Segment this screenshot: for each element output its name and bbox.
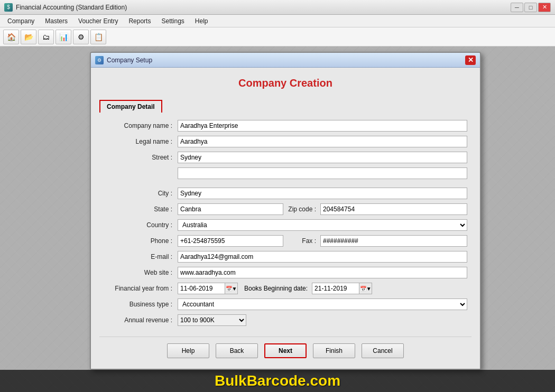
fax-input[interactable] (320, 235, 467, 247)
legal-name-label: Legal name : (104, 138, 178, 145)
dialog-wrapper: ⚙ Company Setup ✕ Company Creation Compa… (90, 52, 481, 370)
next-button[interactable]: Next (264, 343, 307, 358)
form-area: Company name : Legal name : Street : (99, 120, 471, 326)
watermark-bar: BulkBarcode.com (0, 370, 555, 392)
city-row: City : (104, 188, 467, 199)
title-bar: $ Financial Accounting (Standard Edition… (0, 0, 555, 15)
annual-revenue-select[interactable]: 100 to 900K (178, 314, 246, 326)
business-type-label: Business type : (104, 301, 178, 308)
email-input[interactable] (178, 251, 467, 263)
phone-fax-row: Phone : Fax : (104, 235, 467, 247)
title-bar-controls: ─ □ ✕ (511, 3, 551, 12)
cancel-button[interactable]: Cancel (362, 343, 404, 358)
legal-name-input[interactable] (178, 136, 467, 147)
menu-company[interactable]: Company (2, 16, 40, 26)
toolbar-btn-chart[interactable]: 📊 (56, 30, 71, 44)
app-title: Financial Accounting (Standard Edition) (16, 4, 127, 11)
fax-label: Fax : (283, 237, 320, 245)
dialog-icon: ⚙ (95, 56, 104, 64)
button-row: Help Back Next Finish Cancel (99, 337, 471, 358)
toolbar-btn-clipboard[interactable]: 📋 (90, 30, 106, 44)
menu-settings[interactable]: Settings (156, 16, 189, 26)
maximize-button[interactable]: □ (524, 3, 537, 12)
toolbar-btn-settings[interactable]: ⚙ (73, 30, 89, 44)
books-beg-input[interactable] (312, 283, 359, 294)
annual-revenue-label: Annual revenue : (104, 316, 178, 324)
finish-button[interactable]: Finish (313, 343, 355, 358)
fin-year-input[interactable] (178, 283, 225, 294)
country-label: Country : (104, 221, 178, 229)
phone-label: Phone : (104, 237, 178, 245)
legal-name-row: Legal name : (104, 136, 467, 147)
state-input[interactable] (178, 203, 283, 215)
dialog-content: Company Creation Company Detail Company … (91, 68, 480, 369)
toolbar-btn-files[interactable]: 🗂 (38, 30, 54, 44)
street2-row (104, 167, 467, 179)
menu-masters[interactable]: Masters (40, 16, 73, 26)
watermark-text: BulkBarcode.com (215, 372, 340, 389)
tab-company-detail[interactable]: Company Detail (99, 100, 162, 113)
country-select[interactable]: Australia (178, 219, 467, 231)
city-label: City : (104, 190, 178, 197)
dialog-title-text: Company Setup (107, 57, 152, 64)
annual-revenue-row: Annual revenue : 100 to 900K (104, 314, 467, 326)
app-icon: $ (4, 3, 13, 12)
company-name-row: Company name : (104, 120, 467, 132)
fin-year-label: Financial year from : (104, 285, 178, 292)
tab-row: Company Detail (99, 100, 471, 113)
street-input[interactable] (178, 152, 467, 163)
city-input[interactable] (178, 188, 467, 199)
website-input[interactable] (178, 267, 467, 278)
website-label: Web site : (104, 269, 178, 276)
business-type-row: Business type : Accountant (104, 298, 467, 310)
books-beg-calendar-button[interactable]: 📅▼ (359, 283, 372, 294)
background-area: ⚙ Company Setup ✕ Company Creation Compa… (0, 46, 555, 392)
company-name-label: Company name : (104, 122, 178, 129)
street-row: Street : (104, 152, 467, 163)
title-bar-left: $ Financial Accounting (Standard Edition… (4, 3, 127, 12)
menu-help[interactable]: Help (190, 16, 214, 26)
toolbar-btn-home[interactable]: 🏠 (3, 30, 19, 44)
menu-bar: Company Masters Voucher Entry Reports Se… (0, 15, 555, 27)
street2-input[interactable] (178, 167, 467, 179)
zipcode-input[interactable] (320, 203, 467, 215)
minimize-button[interactable]: ─ (511, 3, 523, 12)
street-label: Street : (104, 154, 178, 161)
back-button[interactable]: Back (216, 343, 258, 358)
menu-reports[interactable]: Reports (123, 16, 156, 26)
business-type-select[interactable]: Accountant (178, 298, 467, 310)
phone-input[interactable] (178, 235, 283, 247)
dialog-title-left: ⚙ Company Setup (95, 56, 152, 64)
dialog-close-button[interactable]: ✕ (465, 55, 476, 65)
books-beg-date-wrap: 📅▼ (312, 283, 372, 294)
state-zip-row: State : Zip code : (104, 203, 467, 215)
books-beg-label: Books Beginning date: (244, 285, 308, 292)
close-button[interactable]: ✕ (538, 3, 551, 12)
state-label: State : (104, 206, 178, 213)
company-setup-dialog: ⚙ Company Setup ✕ Company Creation Compa… (90, 52, 481, 370)
help-button[interactable]: Help (167, 343, 209, 358)
zipcode-label: Zip code : (283, 206, 320, 213)
menu-voucher-entry[interactable]: Voucher Entry (73, 16, 123, 26)
website-row: Web site : (104, 267, 467, 278)
dialog-title-bar: ⚙ Company Setup ✕ (91, 53, 480, 68)
dialog-heading: Company Creation (99, 74, 471, 92)
toolbar-btn-open[interactable]: 📂 (21, 30, 36, 44)
fin-year-date-wrap: 📅▼ (178, 283, 238, 294)
company-name-input[interactable] (178, 120, 467, 132)
email-row: E-mail : (104, 251, 467, 263)
fin-year-calendar-button[interactable]: 📅▼ (225, 283, 238, 294)
financial-year-row: Financial year from : 📅▼ Books Beginning… (104, 283, 467, 294)
email-label: E-mail : (104, 253, 178, 260)
toolbar: 🏠 📂 🗂 📊 ⚙ 📋 (0, 27, 555, 46)
country-row: Country : Australia (104, 219, 467, 231)
